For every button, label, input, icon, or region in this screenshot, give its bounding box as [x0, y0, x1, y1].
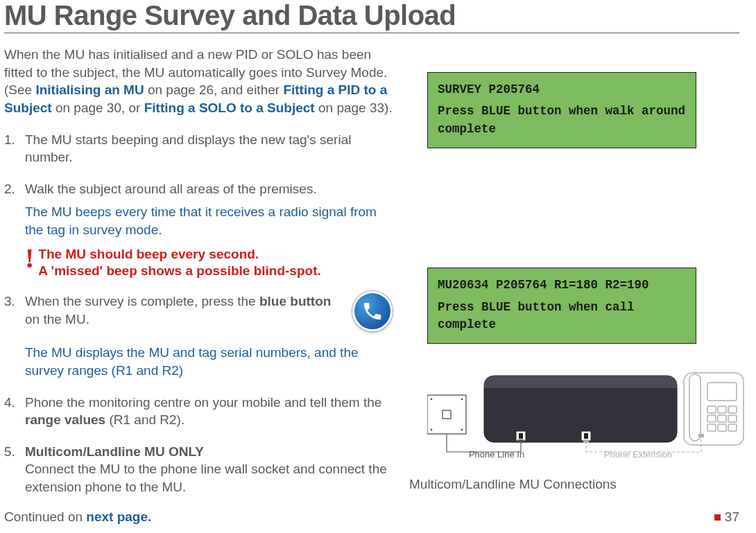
svg-rect-0	[427, 395, 466, 434]
next-page-link[interactable]: next page.	[86, 509, 151, 524]
step-text: Connect the MU to the phone line wall so…	[25, 460, 393, 496]
connection-diagram: Phone Line In Phone Extension	[427, 370, 746, 474]
ref-fitting-solo[interactable]: Fitting a SOLO to a Subject	[144, 101, 315, 115]
phone-line-in-label: Phone Line In	[469, 449, 524, 460]
page-title: MU Range Survey and Data Upload	[4, 0, 739, 33]
phone-icon	[352, 291, 393, 331]
step-text: Phone the monitoring centre on your mobi…	[25, 394, 393, 429]
intro-text: on page 33).	[315, 101, 393, 115]
step-note: The MU displays the MU and tag serial nu…	[25, 344, 393, 379]
diagram-caption: Multicom/Landline MU Connections	[409, 477, 746, 492]
step-heading: Multicom/Landline MU ONLY	[25, 443, 393, 461]
lcd-display-result: MU20634 P205764 R1=180 R2=190 Press BLUE…	[427, 268, 696, 344]
intro-text: on page 26, and either	[144, 82, 284, 97]
svg-rect-14	[707, 383, 737, 401]
step-number: 2.	[4, 180, 25, 279]
page-number: 37	[714, 509, 739, 525]
warning-block: ! The MU should beep every second. A 'mi…	[25, 246, 393, 279]
step-2: 2. Walk the subject around all areas of …	[4, 180, 393, 279]
svg-rect-11	[583, 439, 589, 443]
step-3: 3. When the survey is complete, press th…	[4, 292, 393, 379]
svg-rect-16	[718, 406, 726, 413]
step-note: The MU beeps every time that it receives…	[25, 203, 393, 238]
svg-rect-18	[707, 415, 716, 422]
phone-extension-label: Phone Extension	[604, 449, 672, 460]
step-1: 1. The MU starts beeping and displays th…	[4, 131, 393, 166]
svg-point-3	[461, 399, 463, 401]
range-values-label: range values	[25, 412, 105, 427]
step-text: Walk the subject around all areas of the…	[25, 180, 393, 198]
step-5: 5. Multicom/Landline MU ONLY Connect the…	[4, 443, 393, 496]
lcd-line: MU20634 P205764 R1=180 R2=190	[438, 277, 686, 294]
svg-point-5	[461, 429, 463, 431]
warning-line: A 'missed' beep shows a possible blind-s…	[38, 263, 320, 278]
svg-rect-23	[728, 424, 737, 431]
ref-initialising-mu[interactable]: Initialising an MU	[35, 82, 144, 97]
svg-rect-7	[519, 433, 523, 439]
lcd-line: Press BLUE button when call complete	[438, 299, 686, 334]
exclamation-icon: !	[25, 246, 34, 279]
svg-rect-15	[707, 406, 716, 413]
svg-point-4	[431, 429, 433, 431]
svg-rect-19	[718, 415, 726, 422]
page-marker-icon	[714, 514, 721, 521]
svg-rect-20	[728, 415, 737, 422]
svg-rect-13	[684, 373, 744, 445]
step-4: 4. Phone the monitoring centre on your m…	[4, 394, 393, 429]
step-number: 1.	[4, 131, 25, 166]
continued-footer: Continued on next page.	[4, 509, 151, 525]
svg-rect-17	[728, 406, 737, 413]
lcd-line: Press BLUE button when walk around compl…	[438, 103, 686, 138]
step-body: The MU starts beeping and displays the n…	[25, 131, 393, 166]
intro-text: on page 30, or	[52, 101, 144, 115]
svg-rect-22	[718, 424, 726, 431]
step-text: When the survey is complete, press the b…	[25, 292, 332, 328]
svg-point-2	[431, 399, 433, 401]
main-column: When the MU has initialised and a new PI…	[4, 46, 393, 496]
svg-rect-21	[707, 424, 716, 431]
svg-rect-9	[584, 433, 588, 439]
step-number: 3.	[4, 292, 25, 379]
svg-rect-10	[518, 439, 524, 443]
step-number: 4.	[4, 394, 25, 429]
svg-rect-12	[698, 434, 704, 437]
side-column: SURVEY P205764 Press BLUE button when wa…	[427, 46, 746, 496]
lcd-line: SURVEY P205764	[438, 81, 686, 98]
step-number: 5.	[4, 443, 25, 496]
blue-button-label: blue button	[259, 294, 331, 308]
lcd-display-survey: SURVEY P205764 Press BLUE button when wa…	[427, 72, 696, 148]
warning-line: The MU should beep every second.	[38, 247, 259, 261]
intro-paragraph: When the MU has initialised and a new PI…	[4, 46, 393, 117]
